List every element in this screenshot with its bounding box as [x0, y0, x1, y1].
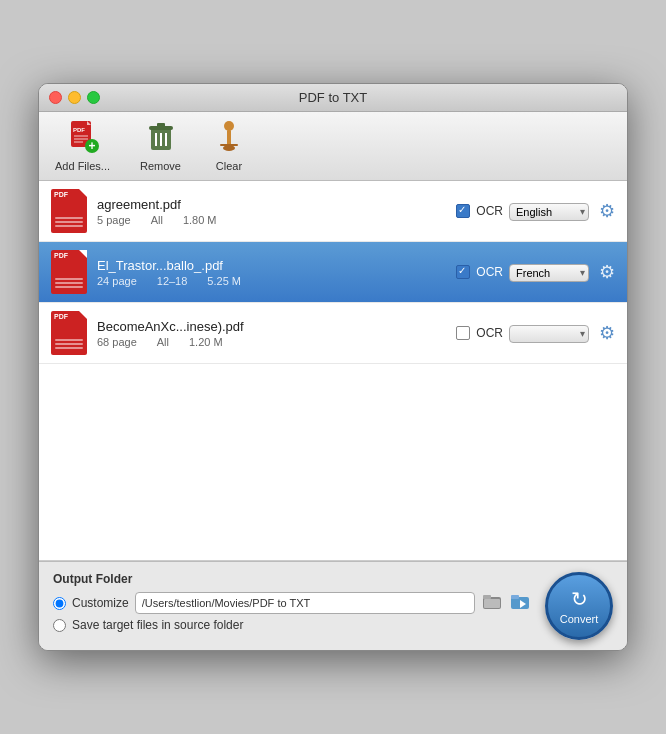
file-list: PDF agreement.pdf 5 page All 1.80 M [39, 181, 627, 561]
table-row[interactable]: PDF El_Trastor...ballo_.pdf 24 page 12–1… [39, 242, 627, 303]
file-pages: 5 page [97, 214, 131, 226]
clear-label: Clear [216, 160, 242, 172]
file-settings-icon[interactable]: ⚙ [599, 322, 615, 344]
traffic-lights [49, 91, 100, 104]
ocr-language-select[interactable]: English French German [509, 264, 589, 282]
ocr-lang-wrapper: English French German [509, 202, 589, 221]
ocr-label: OCR [476, 326, 503, 340]
close-button[interactable] [49, 91, 62, 104]
file-ocr-controls: OCR English French German [456, 263, 589, 282]
add-files-button[interactable]: PDF + Add Files... [55, 120, 110, 172]
clear-button[interactable]: Clear [211, 120, 247, 172]
ocr-checkbox[interactable] [456, 204, 470, 218]
ocr-lang-wrapper: English French German [509, 263, 589, 282]
titlebar: PDF to TXT [39, 84, 627, 112]
add-files-icon: PDF + [65, 120, 101, 156]
source-row: Save target files in source folder [53, 618, 531, 632]
file-thumbnail: PDF [51, 311, 87, 355]
file-settings-icon[interactable]: ⚙ [599, 261, 615, 283]
svg-text:PDF: PDF [73, 127, 85, 133]
table-row[interactable]: PDF agreement.pdf 5 page All 1.80 M [39, 181, 627, 242]
file-info: agreement.pdf 5 page All 1.80 M [97, 197, 446, 226]
file-size: 1.80 M [183, 214, 217, 226]
ocr-lang-wrapper: English French [509, 324, 589, 343]
ocr-language-select[interactable]: English French [509, 325, 589, 343]
file-ocr-controls: OCR English French [456, 324, 589, 343]
main-window: PDF to TXT PDF + [38, 83, 628, 651]
output-section: Output Folder Customize [39, 561, 627, 650]
file-range: 12–18 [157, 275, 188, 287]
svg-rect-19 [483, 595, 491, 599]
ocr-language-select[interactable]: English French German [509, 203, 589, 221]
file-pages: 68 page [97, 336, 137, 348]
browse-folder-button[interactable] [481, 592, 503, 614]
ocr-label: OCR [476, 265, 503, 279]
file-thumbnail: PDF [51, 189, 87, 233]
source-label: Save target files in source folder [72, 618, 243, 632]
file-settings-icon[interactable]: ⚙ [599, 200, 615, 222]
file-name: agreement.pdf [97, 197, 446, 212]
file-size: 5.25 M [207, 275, 241, 287]
open-folder-button[interactable] [509, 592, 531, 614]
customize-row: Customize [53, 592, 531, 614]
file-pages: 24 page [97, 275, 137, 287]
file-ocr-controls: OCR English French German [456, 202, 589, 221]
svg-text:+: + [88, 139, 95, 153]
file-range: All [157, 336, 169, 348]
clear-icon [211, 120, 247, 156]
file-name: El_Trastor...ballo_.pdf [97, 258, 446, 273]
svg-rect-10 [157, 123, 165, 127]
source-radio[interactable] [53, 619, 66, 632]
svg-point-14 [224, 121, 234, 131]
add-files-label: Add Files... [55, 160, 110, 172]
ocr-label: OCR [476, 204, 503, 218]
maximize-button[interactable] [87, 91, 100, 104]
svg-rect-17 [220, 144, 238, 146]
output-folder-title: Output Folder [53, 572, 531, 586]
toolbar: PDF + Add Files... [39, 112, 627, 181]
file-size: 1.20 M [189, 336, 223, 348]
svg-rect-20 [484, 599, 500, 608]
file-range: All [151, 214, 163, 226]
remove-icon [143, 120, 179, 156]
output-left: Output Folder Customize [53, 572, 531, 636]
folder-path-input[interactable] [135, 592, 475, 614]
convert-button[interactable]: ↻ Convert [545, 572, 613, 640]
file-info: El_Trastor...ballo_.pdf 24 page 12–18 5.… [97, 258, 446, 287]
customize-radio[interactable] [53, 597, 66, 610]
file-thumbnail: PDF [51, 250, 87, 294]
svg-rect-22 [511, 595, 519, 599]
convert-icon: ↻ [571, 587, 588, 611]
table-row[interactable]: PDF BecomeAnXc...inese).pdf 68 page All … [39, 303, 627, 364]
ocr-checkbox[interactable] [456, 326, 470, 340]
window-title: PDF to TXT [299, 90, 367, 105]
ocr-checkbox[interactable] [456, 265, 470, 279]
customize-label: Customize [72, 596, 129, 610]
remove-label: Remove [140, 160, 181, 172]
remove-button[interactable]: Remove [140, 120, 181, 172]
convert-label: Convert [560, 613, 599, 625]
file-name: BecomeAnXc...inese).pdf [97, 319, 446, 334]
minimize-button[interactable] [68, 91, 81, 104]
file-info: BecomeAnXc...inese).pdf 68 page All 1.20… [97, 319, 446, 348]
